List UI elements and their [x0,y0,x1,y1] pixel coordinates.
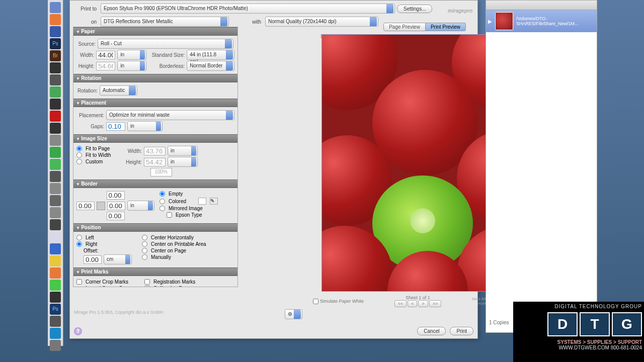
dock-app-icon[interactable] [50,243,61,254]
placement-dropdown[interactable]: Optimize for minimal waste [106,110,234,120]
border-mirrored-radio[interactable] [159,206,165,211]
macos-dock[interactable]: Ps Br Ps [48,0,63,346]
borderless-dropdown[interactable]: Normal Border [187,61,234,71]
dock-photoshop2-icon[interactable]: Ps [50,304,61,315]
media-dropdown[interactable]: DTG Reflections Silver Metallic [101,17,229,27]
placement-header[interactable]: Placement [73,99,237,107]
dock-firefox-icon[interactable] [50,14,61,25]
print-button[interactable]: Print [450,327,473,335]
width-unit-dropdown[interactable]: in [117,50,146,60]
nav-first-button[interactable]: << [394,300,407,307]
border-top-input[interactable] [107,191,125,200]
dock-app-icon[interactable] [50,280,61,291]
pos-right-radio[interactable] [76,241,82,247]
dock-app-icon[interactable] [50,231,61,242]
center-page-radio[interactable] [142,248,147,253]
border-bottom-input[interactable] [107,212,125,220]
source-dropdown[interactable]: Roll - Cut [98,39,233,49]
dock-app-icon[interactable] [50,207,61,218]
dock-app-icon[interactable] [50,183,61,194]
dock-app-icon[interactable] [50,195,61,206]
nav-last-button[interactable]: >> [429,300,442,307]
with-label: with [231,19,261,25]
dock-app-icon[interactable] [50,74,61,85]
file-thumbnail [495,12,513,30]
dock-app-icon[interactable] [50,328,61,339]
settings-panels: Paper Source:Roll - Cut Width: in Standa… [73,27,238,287]
chevron-right-icon: ▶ [488,19,492,24]
border-empty-radio[interactable] [159,191,165,197]
dock-app-icon[interactable] [50,99,61,110]
print-preview-tab[interactable]: Print Preview [426,23,466,31]
corner-crop-checkbox[interactable] [76,279,82,285]
dock-app-icon[interactable] [50,135,61,146]
std-size-dropdown[interactable]: 44 in (111.8 cm) [187,50,234,60]
border-link-icon[interactable] [97,202,105,210]
paper-height-input [96,62,115,70]
fit-width-radio[interactable] [76,152,82,158]
page-preview-tab[interactable]: Page Preview [383,23,426,31]
border-right-input[interactable] [107,202,125,210]
paper-width-input[interactable] [96,51,115,59]
dock-bridge-icon[interactable]: Br [50,50,61,61]
dock-app-icon[interactable] [50,219,61,230]
border-left-input[interactable] [76,202,95,210]
manually-radio[interactable] [142,254,147,260]
dock-app-icon[interactable] [50,267,61,279]
gaps-unit-dropdown[interactable]: in [127,121,163,131]
file-path-label: /Volumes/DTG-SHARES/FileShare_New/1M... [516,16,595,26]
reg-marks-checkbox[interactable] [144,279,150,285]
dock-filezilla-icon[interactable] [50,111,61,122]
center-print-radio[interactable] [142,241,147,247]
help-icon[interactable]: ? [74,327,82,335]
border-header[interactable]: Border [73,179,237,188]
sheet-indicator: Sheet 1 of 1 [394,295,442,300]
rotation-dropdown[interactable]: Automatic [100,85,137,96]
pos-left-radio[interactable] [76,235,82,240]
color-swatch[interactable] [198,198,206,205]
offset-unit-dropdown[interactable]: cm [104,254,132,264]
custom-radio[interactable] [76,159,82,164]
offset-input[interactable] [84,255,102,264]
gear-dropdown[interactable]: ⚙ [285,309,302,319]
print-marks-header[interactable]: Print Marks [73,267,237,276]
color-picker-icon[interactable]: ✎ [210,198,218,205]
cal-bars-checkbox[interactable] [144,286,150,287]
dock-app-icon[interactable] [50,123,61,134]
dock-app-icon[interactable] [50,316,61,327]
cancel-button[interactable]: Cancel [417,327,446,335]
img-width-unit[interactable]: in [168,146,198,156]
paper-header[interactable]: Paper [73,27,237,36]
file-queue-panel: ▶ /Volumes/DTG-SHARES/FileShare_New/1M..… [486,0,597,333]
version-label: Mirage Pro 1.5.0b3, Copyright din.a.x Gm… [74,310,164,315]
gaps-input[interactable] [106,122,125,131]
nav-next-button[interactable]: > [418,300,428,307]
print-dialog: Print to Epson Stylus Pro 9900 (EPSON Ul… [69,0,478,339]
nav-prev-button[interactable]: < [408,300,417,307]
image-size-header[interactable]: Image Size [73,134,237,143]
dock-photoshop-icon[interactable]: Ps [50,38,61,49]
settings-button[interactable]: Settings... [397,5,432,13]
dock-app-icon[interactable] [50,340,61,351]
dock-app-icon[interactable] [50,255,61,266]
printer-dropdown[interactable]: Epson Stylus Pro 9900 (EPSON UltraChrome… [101,4,395,14]
simulate-white-checkbox[interactable] [313,299,318,304]
center-h-radio[interactable] [142,235,147,240]
epson-type-checkbox[interactable] [167,212,172,218]
dock-app-icon[interactable] [50,292,61,303]
img-height-unit[interactable]: in [168,157,198,167]
dock-finder-icon[interactable] [50,2,61,13]
border-unit-dropdown[interactable]: in [127,201,154,211]
border-colored-radio[interactable] [159,199,165,204]
rotation-header[interactable]: Rotation [73,74,237,82]
height-unit-dropdown[interactable]: in [117,61,146,71]
dock-app-icon[interactable] [50,159,61,170]
dock-app-icon[interactable] [50,86,61,98]
position-header[interactable]: Position [73,223,237,232]
dock-app-icon[interactable] [50,62,61,73]
dock-safari-icon[interactable] [50,26,61,37]
dock-app-icon[interactable] [50,171,61,182]
fit-page-radio[interactable] [76,146,82,151]
dock-app-icon[interactable] [50,147,61,158]
file-queue-item[interactable]: ▶ /Volumes/DTG-SHARES/FileShare_New/1M..… [486,10,597,32]
